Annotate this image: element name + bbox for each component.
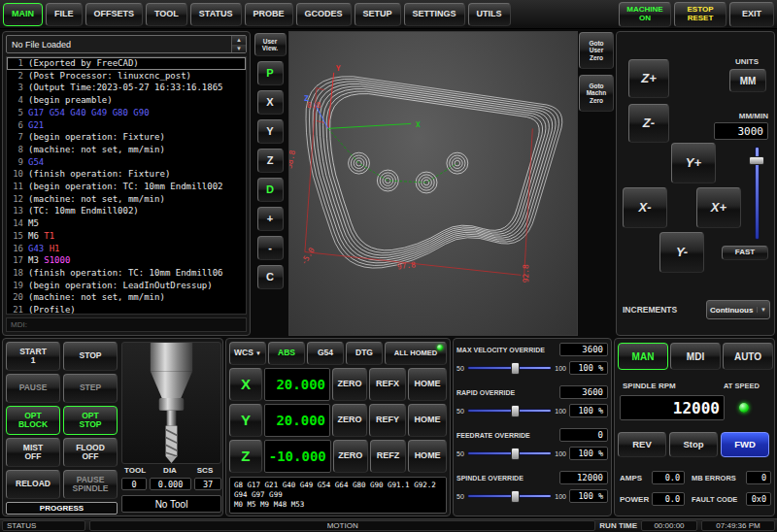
tab-utils[interactable]: UTILS xyxy=(468,3,511,26)
units-mm-button[interactable]: MM xyxy=(729,69,766,92)
gcode-line[interactable]: 20(machine: not set, mm/min) xyxy=(7,291,246,304)
jog-z-minus-button[interactable]: Z- xyxy=(628,104,669,143)
jog-y-plus-button[interactable]: Y+ xyxy=(671,143,716,183)
zero-y-button[interactable]: ZERO xyxy=(332,404,367,437)
spindle-stop-button[interactable]: Stop xyxy=(669,432,718,457)
tab-status[interactable]: STATUS xyxy=(190,3,242,26)
jog-x-plus-button[interactable]: X+ xyxy=(696,187,741,228)
zoom-out-button[interactable]: - xyxy=(257,236,284,260)
zero-x-button[interactable]: ZERO xyxy=(332,368,367,401)
jog-y-minus-button[interactable]: Y- xyxy=(659,232,704,273)
gcode-listing[interactable]: 1(Exported by FreeCAD)2(Post Processor: … xyxy=(6,56,247,315)
tab-probe[interactable]: PROBE xyxy=(245,3,293,26)
step-button[interactable]: STEP xyxy=(63,374,118,403)
mdi-input[interactable]: MDI: xyxy=(6,317,247,332)
pause-button[interactable]: PAUSE xyxy=(6,374,60,403)
gcode-line[interactable]: 16G43 H1 xyxy=(7,243,246,255)
slider-handle[interactable] xyxy=(511,448,520,460)
gcode-line[interactable]: 2(Post Processor: linuxcnc_post) xyxy=(7,70,246,83)
slider-handle[interactable] xyxy=(749,156,764,165)
gcode-line[interactable]: 15M6 T1 xyxy=(7,230,246,243)
cycle-start-button[interactable]: START 1 xyxy=(6,342,60,371)
home-y-button[interactable]: HOME xyxy=(408,404,447,437)
tab-offsets[interactable]: OFFSETS xyxy=(85,3,144,26)
man-mode-button[interactable]: MAN xyxy=(618,343,668,370)
home-x-button[interactable]: HOME xyxy=(408,368,447,401)
pause-spindle-button[interactable]: PAUSE SPINDLE xyxy=(63,470,118,499)
axis-y-button[interactable]: Y xyxy=(229,404,262,437)
view-y-button[interactable]: Y xyxy=(257,119,284,144)
abs-button[interactable]: ABS xyxy=(268,342,305,365)
tab-gcodes[interactable]: GCODES xyxy=(296,3,352,26)
estop-reset-button[interactable]: ESTOP RESET xyxy=(674,2,726,27)
flood-button[interactable]: FLOOD OFF xyxy=(63,438,118,467)
ref-y-button[interactable]: REFY xyxy=(369,404,406,437)
view-p-button[interactable]: P xyxy=(257,61,284,85)
dtg-button[interactable]: DTG xyxy=(346,342,383,365)
scroll-up-icon[interactable]: ▲ xyxy=(232,36,246,45)
goto-machine-zero-button[interactable]: Goto Machn Zero xyxy=(579,75,614,112)
jog-speed-slider[interactable] xyxy=(747,147,766,240)
gcode-line[interactable]: 4(begin preamble) xyxy=(7,94,246,107)
spindle-rev-button[interactable]: REV xyxy=(618,432,666,457)
fast-button[interactable]: FAST xyxy=(722,246,768,260)
all-homed-button[interactable]: ALL HOMED xyxy=(385,342,447,365)
tab-file[interactable]: FILE xyxy=(46,3,83,26)
opt-block-button[interactable]: OPT BLOCK xyxy=(6,406,60,435)
tab-tool[interactable]: TOOL xyxy=(146,3,187,26)
jog-x-minus-button[interactable]: X- xyxy=(623,187,667,228)
gcode-line[interactable]: 13(TC: 10mm Endmill002) xyxy=(7,205,246,217)
spindle-fwd-button[interactable]: FWD xyxy=(721,432,769,457)
gcode-line[interactable]: 5G17 G54 G40 G49 G80 G90 xyxy=(7,107,246,119)
goto-user-zero-button[interactable]: Goto User Zero xyxy=(579,32,614,69)
exit-button[interactable]: EXIT xyxy=(729,2,774,27)
zoom-in-button[interactable]: + xyxy=(257,207,284,231)
feedrate-slider[interactable] xyxy=(467,448,553,460)
gcode-line[interactable]: 14M5 xyxy=(7,217,246,230)
gcode-line[interactable]: 3(Output Time:2023-05-27 16:33:16.1865 xyxy=(7,82,246,94)
opt-stop-button[interactable]: OPT STOP xyxy=(63,406,118,435)
jog-z-plus-button[interactable]: Z+ xyxy=(628,59,669,98)
rapid-slider[interactable] xyxy=(467,405,553,417)
gcode-line[interactable]: 1(Exported by FreeCAD) xyxy=(7,57,246,70)
clear-plot-button[interactable]: C xyxy=(257,265,284,289)
user-view-button[interactable]: User View. xyxy=(254,33,287,56)
gcode-line[interactable]: 19(begin operation: LeadInOutDressup) xyxy=(7,280,246,292)
axis-z-button[interactable]: Z xyxy=(229,440,262,473)
gcode-line[interactable]: 12(machine: not set, mm/min) xyxy=(7,193,246,206)
gcode-line[interactable]: 21(Profile) xyxy=(7,304,246,315)
view-z-button[interactable]: Z xyxy=(257,149,284,173)
gcode-line[interactable]: 8(machine: not set, mm/min) xyxy=(7,144,246,156)
g54-button[interactable]: G54 xyxy=(307,342,344,365)
wcs-dropdown-button[interactable]: WCS▼ xyxy=(229,342,266,365)
gcode-line[interactable]: 18(finish operation: TC: 10mm Endmill06 xyxy=(7,267,246,280)
gcode-line[interactable]: 10(finish operation: Fixture) xyxy=(7,168,246,181)
loaded-file-combo[interactable]: No File Loaded ▲ ▼ xyxy=(6,35,247,53)
tab-settings[interactable]: SETTINGS xyxy=(404,3,465,26)
stop-button[interactable]: STOP xyxy=(63,342,118,371)
ref-x-button[interactable]: REFX xyxy=(369,368,406,401)
gcode-line[interactable]: 7(begin operation: Fixture) xyxy=(7,131,246,144)
slider-handle[interactable] xyxy=(511,405,520,417)
slider-handle[interactable] xyxy=(511,490,520,503)
mdi-mode-button[interactable]: MDI xyxy=(670,343,721,370)
tab-main[interactable]: MAIN xyxy=(3,3,43,26)
view-d-button[interactable]: D xyxy=(257,178,284,202)
zero-z-button[interactable]: ZERO xyxy=(333,440,368,473)
toolpath-viewport[interactable]: Y X Z 8.8 58.8 -5.0 97.8 92.8 xyxy=(288,31,578,336)
ref-z-button[interactable]: REFZ xyxy=(370,440,407,473)
machine-on-button[interactable]: MACHINE ON xyxy=(619,2,671,27)
auto-mode-button[interactable]: AUTO xyxy=(723,343,773,370)
gcode-line[interactable]: 6G21 xyxy=(7,119,246,132)
home-z-button[interactable]: HOME xyxy=(408,440,447,473)
max-velocity-slider[interactable] xyxy=(467,362,553,375)
tab-setup[interactable]: SETUP xyxy=(355,3,401,26)
scroll-down-icon[interactable]: ▼ xyxy=(232,45,246,53)
increments-dropdown[interactable]: Continuous ▼ xyxy=(706,300,770,319)
slider-handle[interactable] xyxy=(511,362,520,375)
gcode-line[interactable]: 17M3 S1000 xyxy=(7,254,246,267)
gcode-line[interactable]: 9G54 xyxy=(7,156,246,169)
reload-button[interactable]: RELOAD xyxy=(6,470,60,499)
view-x-button[interactable]: X xyxy=(257,90,284,115)
spindle-slider[interactable] xyxy=(467,490,553,503)
